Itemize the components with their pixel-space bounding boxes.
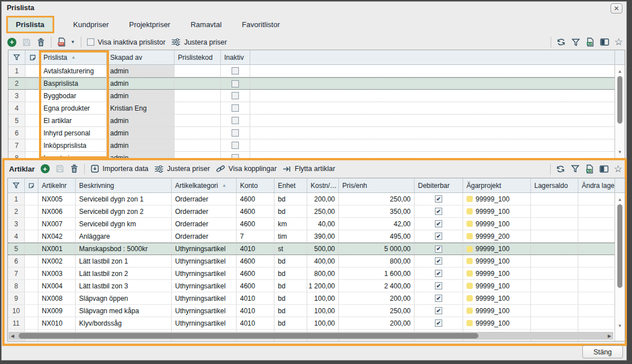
cell-note[interactable] [25, 65, 40, 77]
cell-debiterbar[interactable] [415, 205, 463, 217]
column-header-rownum[interactable] [8, 178, 25, 192]
cell-artikelkategori[interactable]: Uthyrningsartikel [172, 243, 237, 255]
column-header-konto[interactable]: Konto [237, 178, 274, 192]
checkbox[interactable] [435, 282, 442, 290]
cell-konto[interactable]: 4600 [237, 205, 274, 217]
column-header-inactive[interactable]: Inaktiv [221, 50, 250, 64]
cell-lagersaldo[interactable] [531, 255, 578, 267]
cell-debiterbar[interactable] [415, 230, 463, 242]
checkbox[interactable] [232, 117, 239, 124]
cell-name[interactable]: Egna produkter [40, 102, 107, 114]
checkbox[interactable] [435, 208, 442, 215]
filter-button[interactable] [570, 164, 580, 173]
window-close-button[interactable]: ✕ [611, 3, 622, 14]
cell-kostn[interactable]: 100,00 [307, 305, 339, 317]
cell-konto[interactable]: 4010 [237, 305, 274, 317]
cell-debiterbar[interactable] [415, 305, 463, 317]
delete-button[interactable] [37, 38, 45, 47]
cell-andra_lager[interactable] [578, 292, 614, 304]
cell-kostn[interactable]: 40,00 [307, 218, 339, 230]
cell-kostn[interactable]: 800,00 [307, 267, 339, 279]
cell-artikelkategori[interactable]: Orderrader [172, 193, 237, 205]
pricelist-row[interactable]: 1Avtalsfaktureringadmin [8, 65, 614, 77]
cell-artikelnr[interactable]: NX004 [38, 280, 76, 292]
cell-rownum[interactable]: 3 [8, 90, 25, 102]
cell-andra_lager[interactable] [578, 205, 614, 217]
cell-andra_lager[interactable] [578, 280, 614, 292]
cell-code[interactable] [175, 102, 221, 114]
cell-artikelnr[interactable]: NX009 [38, 305, 76, 317]
cell-andra_lager[interactable] [578, 267, 614, 279]
cell-lagersaldo[interactable] [531, 193, 578, 205]
favorite-button[interactable]: ☆ [614, 164, 622, 174]
cell-rownum[interactable]: 6 [8, 255, 25, 267]
column-header-artikelnr[interactable]: Artikelnr [38, 178, 76, 192]
scroll-up-icon[interactable]: ▲ [615, 69, 625, 74]
cell-lagersaldo[interactable] [531, 230, 578, 242]
cell-rownum[interactable]: 5 [8, 243, 25, 255]
cell-agarprojekt[interactable]: 99999_100 [463, 243, 531, 255]
cell-beskrivning[interactable]: Lätt lastbil zon 2 [76, 267, 172, 279]
cell-artikelkategori[interactable]: Uthyrningsartikel [172, 280, 237, 292]
add-pricelist-button[interactable]: + [7, 38, 16, 47]
cell-inactive[interactable] [221, 65, 250, 77]
cell-debiterbar[interactable] [415, 317, 463, 329]
cell-code[interactable] [175, 90, 221, 102]
save-button[interactable] [22, 38, 31, 47]
cell-note[interactable] [25, 267, 38, 279]
scrollbar-thumb[interactable] [617, 76, 622, 124]
cell-pris[interactable]: 250,00 [339, 305, 415, 317]
scrollbar-thumb[interactable] [617, 204, 622, 288]
cell-created_by[interactable]: Kristian Eng [107, 102, 175, 114]
column-header-note[interactable] [25, 50, 40, 64]
column-header-lagersaldo[interactable]: Lagersaldo [531, 178, 578, 192]
cell-artikelnr[interactable]: NX042 [38, 230, 76, 242]
cell-enhet[interactable]: bd [274, 317, 307, 329]
cell-name[interactable]: Avtalsfakturering [40, 65, 107, 77]
cell-note[interactable] [25, 90, 40, 102]
pricelist-row[interactable]: 6Inhyrd personaladmin [8, 127, 614, 139]
cell-lagersaldo[interactable] [531, 280, 578, 292]
cell-pris[interactable]: 200,00 [339, 317, 415, 329]
save-article-button[interactable] [55, 164, 64, 173]
cell-enhet[interactable]: st [274, 243, 307, 255]
scroll-right-icon[interactable]: ▶ [605, 334, 613, 339]
cell-artikelkategori[interactable]: Orderrader [172, 230, 237, 242]
cell-agarprojekt[interactable]: 99999_100 [463, 205, 531, 217]
cell-pris[interactable]: 1 600,00 [339, 267, 415, 279]
cell-agarprojekt[interactable]: 99999_100 [463, 193, 531, 205]
cell-inactive[interactable] [221, 78, 250, 89]
filter-button[interactable] [571, 38, 581, 47]
cell-artikelkategori[interactable]: Uthyrningsartikel [172, 305, 237, 317]
refresh-button[interactable] [556, 164, 565, 174]
cell-debiterbar[interactable] [415, 267, 463, 279]
cell-beskrivning[interactable]: Anläggare [76, 230, 172, 242]
cell-rownum[interactable]: 3 [8, 218, 25, 230]
pricelist-vertical-scrollbar[interactable]: ▲ ▼ [614, 50, 625, 159]
cell-lagersaldo[interactable] [531, 218, 578, 230]
pricelist-row[interactable]: 7Inköpsprislistaadmin [8, 139, 614, 152]
tab-projektpriser[interactable]: Projektpriser [128, 17, 171, 32]
cell-beskrivning[interactable]: Lätt lastbil zon 1 [76, 255, 172, 267]
cell-agarprojekt[interactable]: 99999_200 [463, 230, 531, 242]
cell-created_by[interactable]: admin [107, 90, 175, 102]
cell-artikelkategori[interactable]: Uthyrningsartikel [172, 292, 237, 304]
checkbox[interactable] [232, 104, 239, 112]
cell-artikelnr[interactable]: NX006 [38, 205, 76, 217]
cell-enhet[interactable]: bd [274, 255, 307, 267]
articles-row[interactable]: 2NX006Servicebil dygn zon 2Orderrader460… [8, 205, 614, 218]
checkbox[interactable] [435, 257, 442, 265]
cell-enhet[interactable]: bd [274, 193, 307, 205]
show-links-button[interactable]: Visa kopplingar [216, 164, 277, 173]
cell-note[interactable] [25, 280, 38, 292]
column-header-note[interactable] [25, 178, 38, 192]
column-header-filler[interactable] [250, 50, 614, 64]
cell-note[interactable] [25, 205, 38, 217]
articles-row[interactable]: 6NX002Lätt lastbil zon 1Uthyrningsartike… [8, 255, 614, 267]
tab-favoritlistor[interactable]: Favoritlistor [241, 17, 281, 32]
cell-kostn[interactable]: 500,00 [307, 243, 339, 255]
cell-inactive[interactable] [221, 102, 250, 114]
cell-konto[interactable]: 4010 [237, 317, 274, 329]
cell-agarprojekt[interactable]: 99999_100 [463, 267, 531, 279]
cell-artikelnr[interactable]: NX010 [38, 317, 76, 329]
